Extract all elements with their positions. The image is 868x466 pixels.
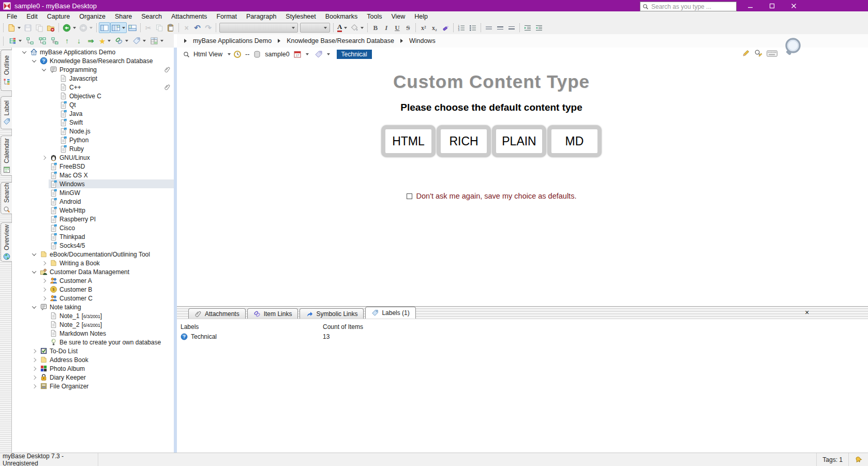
view-mode-caret-icon[interactable] — [228, 53, 231, 55]
tree-item-body[interactable]: Python — [58, 136, 174, 144]
tree-item[interactable]: Objective C — [12, 92, 174, 100]
tree-item-body[interactable]: To-Do List — [39, 347, 174, 355]
bullet-list-button[interactable] — [467, 22, 478, 33]
tree-item-body[interactable]: Customer Data Management — [39, 267, 174, 276]
tree-item-body[interactable]: Swift — [58, 118, 174, 127]
tree-expander[interactable] — [29, 59, 39, 63]
search-input[interactable] — [650, 3, 734, 11]
content-type-button-html[interactable]: HTML — [381, 125, 436, 157]
tree-item-body[interactable]: eBook/Documentation/Outlining Tool — [39, 250, 174, 259]
label-badge[interactable]: Technical — [337, 50, 372, 59]
node-sibling-button[interactable] — [37, 36, 48, 47]
panel-close-button[interactable]: × — [803, 308, 811, 317]
tree-item-body[interactable]: Cisco — [49, 223, 174, 232]
tree-expander[interactable] — [29, 367, 39, 370]
zoom-glass-icon[interactable] — [782, 36, 806, 60]
tree-item[interactable]: Swift — [12, 118, 174, 127]
tree-item-body[interactable]: ?Knowledge Base/Research Database — [39, 56, 174, 65]
copy-pages-button[interactable] — [154, 22, 165, 33]
hrule-3-button[interactable] — [506, 22, 517, 33]
copy-docs-button[interactable] — [34, 22, 45, 33]
tree-expander[interactable] — [29, 376, 39, 379]
tree-expander[interactable] — [39, 288, 49, 291]
calendar-caret-icon[interactable] — [306, 53, 309, 55]
underline-button[interactable]: U — [392, 22, 402, 33]
menu-share[interactable]: Share — [110, 13, 137, 20]
panel-tab-item-links[interactable]: Item Links — [247, 308, 298, 319]
dont-ask-checkbox[interactable] — [407, 193, 412, 199]
italic-button[interactable]: I — [381, 22, 392, 33]
grid-view-button[interactable] — [148, 36, 165, 47]
sidebar-tab-label[interactable]: Label — [1, 96, 12, 129]
tree-item-body[interactable]: Node.js — [58, 127, 174, 136]
panel-tab-attachments[interactable]: Attachments — [188, 308, 246, 319]
font-size-combo[interactable] — [300, 23, 330, 33]
node-link-button[interactable] — [24, 36, 36, 47]
content-type-button-rich[interactable]: RICH — [437, 125, 491, 157]
move-down-button[interactable]: ↓ — [73, 36, 84, 47]
cut-button[interactable]: ✂ — [143, 22, 154, 33]
tree-item-body[interactable]: Photo Album — [39, 364, 174, 373]
tree-item-body[interactable]: myBase Applications Demo — [29, 48, 174, 56]
layout-left-button[interactable] — [99, 22, 110, 33]
tree-item-body[interactable]: Diary Keeper — [39, 373, 174, 382]
menu-help[interactable]: Help — [410, 13, 432, 20]
indent-increase-button[interactable] — [533, 22, 545, 33]
tree-item[interactable]: eBook/Documentation/Outlining Tool — [12, 250, 174, 259]
tree-item-body[interactable]: Markdown Notes — [49, 329, 174, 338]
tree-expander[interactable] — [29, 385, 39, 388]
tree-item[interactable]: Markdown Notes — [12, 329, 174, 338]
sidebar-tab-overview[interactable]: Overview — [1, 222, 12, 262]
tree-item[interactable]: GNU/Linux — [12, 153, 174, 162]
hrule-1-button[interactable] — [483, 22, 495, 33]
tree-item[interactable]: Cisco — [12, 223, 174, 232]
sidebar-tab-calendar[interactable]: Calendar — [1, 136, 12, 176]
tree-item-body[interactable]: Writing a Book — [49, 259, 174, 267]
breadcrumb-item[interactable]: Windows — [408, 37, 437, 44]
maximize-button[interactable] — [766, 1, 779, 10]
view-mode-select[interactable]: Html View — [192, 51, 223, 58]
tree-expander[interactable] — [39, 68, 49, 71]
tree-item[interactable]: To-Do List — [12, 347, 174, 355]
tree-item[interactable]: Ruby — [12, 144, 174, 153]
format-painter-button[interactable] — [440, 22, 451, 33]
tree-item-body[interactable]: Customer A — [49, 276, 174, 285]
tree-item-body[interactable]: Raspberry PI — [49, 215, 174, 223]
tree-item[interactable]: Web/Http — [12, 206, 174, 215]
tree-expander[interactable] — [39, 297, 49, 300]
tree-item[interactable]: Python — [12, 136, 174, 144]
tree-item[interactable]: Note_2 [6/4/2001] — [12, 320, 174, 329]
status-bell-cell[interactable] — [848, 453, 868, 466]
tree-item-body[interactable]: Note_2 [6/4/2001] — [49, 320, 174, 329]
favorite-star-button[interactable]: ★ — [97, 36, 112, 47]
tree-item-body[interactable]: Javascript — [58, 74, 174, 83]
tree-item[interactable]: Writing a Book — [12, 259, 174, 267]
tree-item[interactable]: Windows — [12, 179, 174, 188]
label-tag-button[interactable] — [131, 36, 147, 47]
new-note-button[interactable] — [6, 22, 22, 33]
menu-bookmarks[interactable]: Bookmarks — [321, 13, 363, 20]
label-picker-caret-icon[interactable] — [327, 53, 330, 55]
tree-expander[interactable] — [39, 156, 49, 159]
sidebar-tab-outline[interactable]: Outline — [1, 50, 12, 91]
tree-item[interactable]: Customer A — [12, 276, 174, 285]
numbered-list-button[interactable]: 123 — [456, 22, 467, 33]
tree-item-body[interactable]: Web/Http — [49, 206, 174, 215]
tree-item-body[interactable]: Be sure to create your own database — [49, 338, 174, 347]
save-button[interactable] — [22, 22, 34, 33]
menu-view[interactable]: View — [386, 13, 410, 20]
menu-paragraph[interactable]: Paragraph — [242, 13, 281, 20]
tree-item-body[interactable]: Customer C — [49, 294, 174, 303]
tree-item-body[interactable]: Address Book — [39, 355, 174, 364]
tree-item-body[interactable]: Note taking — [39, 303, 174, 311]
menu-format[interactable]: Format — [212, 13, 242, 20]
font-family-combo[interactable] — [219, 23, 298, 33]
edit-pencil-icon[interactable] — [742, 49, 750, 57]
move-up-button[interactable]: ↑ — [62, 36, 72, 47]
tree-item[interactable]: Thinkpad — [12, 232, 174, 241]
strike-button[interactable]: S — [402, 22, 413, 33]
table-row[interactable]: ?Technical13 — [177, 332, 868, 341]
outline-tree-button[interactable] — [7, 36, 23, 47]
move-right-button[interactable]: ⇒ — [85, 36, 96, 47]
tree-item-body[interactable]: GNU/Linux — [49, 153, 174, 162]
